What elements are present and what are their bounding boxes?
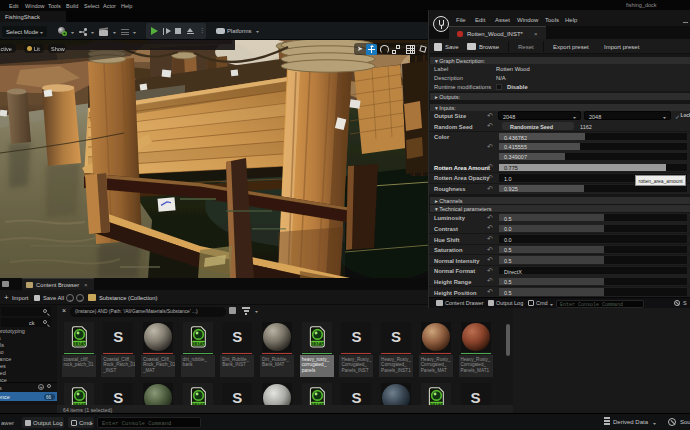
svg-text:SBSAR: SBSAR — [192, 342, 205, 346]
svg-text:SBSAR: SBSAR — [72, 342, 85, 346]
svg-text:SBSAR: SBSAR — [311, 342, 324, 346]
